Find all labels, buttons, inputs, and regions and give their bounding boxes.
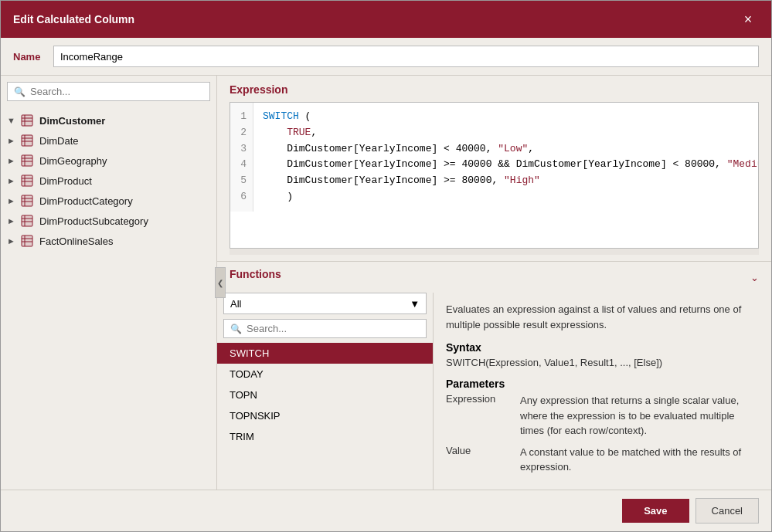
expand-icon-dimproductsubcategory: ► [7, 216, 18, 225]
fn-item-switch[interactable]: SWITCH [217, 343, 433, 364]
tree-item-dimdate[interactable]: ► DimDate [1, 130, 216, 151]
expand-icon-dimcustomer: ▼ [7, 116, 18, 125]
parameters-title: Parameters [446, 378, 759, 390]
expand-icon-dimproduct: ► [7, 176, 18, 185]
tree-label-dimcustomer: DimCustomer [39, 115, 105, 127]
functions-section: Functions ⌄ All ▼ 🔍 [217, 261, 771, 490]
right-panel: Expression 1 2 3 4 5 6 SWITCH ( TRUE, Di… [217, 76, 771, 490]
table-tree-list: ▼ DimCustomer ► [1, 107, 216, 490]
search-icon: 🔍 [14, 86, 26, 97]
line-numbers: 1 2 3 4 5 6 [230, 103, 253, 212]
expand-icon-dimdate: ► [7, 136, 18, 145]
table-search-input[interactable] [30, 86, 203, 97]
fn-item-today[interactable]: TODAY [217, 364, 433, 385]
param-name-expression: Expression [446, 393, 508, 439]
table-icon-factonlinesales [21, 235, 33, 247]
main-content: 🔍 ▼ DimCustomer [1, 76, 771, 490]
tree-label-dimproductsubcategory: DimProductSubcategory [39, 215, 148, 227]
category-dropdown[interactable]: All ▼ [223, 293, 427, 314]
expand-icon-dimgeography: ► [7, 156, 18, 165]
param-desc-expression: Any expression that returns a single sca… [520, 393, 759, 439]
svg-rect-20 [22, 195, 32, 206]
tree-item-dimproduct[interactable]: ► DimProduct [1, 171, 216, 191]
fn-search-icon: 🔍 [230, 324, 242, 334]
param-row-value: Value A constant value to be matched wit… [446, 445, 759, 475]
expand-icon-dimproductcategory: ► [7, 196, 18, 205]
functions-body: All ▼ 🔍 SWITCH TODAY TOPN TOPNSKIP [217, 293, 771, 490]
name-input[interactable] [53, 46, 759, 67]
name-row: Name [1, 38, 771, 76]
fn-item-trim[interactable]: TRIM [217, 426, 433, 447]
fn-item-topnskip[interactable]: TOPNSKIP [217, 405, 433, 426]
tree-item-dimproductcategory[interactable]: ► DimProductCategory [1, 191, 216, 211]
table-icon-dimproduct [21, 175, 33, 187]
syntax-title: Syntax [446, 341, 759, 354]
tree-item-dimcustomer[interactable]: ▼ DimCustomer [1, 110, 216, 130]
tree-item-dimproductsubcategory[interactable]: ► DimProductSubcategory [1, 211, 216, 231]
function-search-box: 🔍 [223, 319, 427, 338]
functions-left-panel: All ▼ 🔍 SWITCH TODAY TOPN TOPNSKIP [217, 293, 434, 490]
expression-title: Expression [230, 83, 759, 96]
function-description: Evaluates an expression against a list o… [446, 302, 759, 332]
functions-header: Functions ⌄ [217, 262, 771, 293]
svg-rect-25 [22, 215, 32, 226]
parameters-table: Expression Any expression that returns a… [446, 393, 759, 475]
tree-label-dimproduct: DimProduct [39, 175, 92, 187]
table-icon-dimdate [21, 134, 33, 147]
svg-rect-5 [22, 135, 32, 146]
svg-rect-10 [22, 155, 32, 166]
dropdown-value: All [230, 298, 241, 310]
table-icon-dimgeography [21, 154, 33, 167]
expression-scrollbar[interactable] [230, 249, 759, 255]
param-name-value: Value [446, 445, 508, 475]
collapse-panel-button[interactable]: ❮ [215, 267, 226, 298]
table-search-box: 🔍 [7, 82, 210, 101]
function-list: SWITCH TODAY TOPN TOPNSKIP TRIM [217, 343, 433, 490]
footer: Save Cancel [1, 490, 771, 531]
close-button[interactable]: × [737, 8, 759, 30]
tree-label-dimgeography: DimGeography [39, 155, 107, 167]
expression-editor[interactable]: 1 2 3 4 5 6 SWITCH ( TRUE, DimCustomer[Y… [230, 102, 759, 249]
dialog-title: Edit Calculated Column [13, 13, 134, 25]
param-row-expression: Expression Any expression that returns a… [446, 393, 759, 439]
tree-label-factonlinesales: FactOnlineSales [39, 236, 113, 247]
functions-right-panel: Evaluates an expression against a list o… [434, 293, 771, 490]
tree-item-dimgeography[interactable]: ► DimGeography [1, 151, 216, 171]
expression-section: Expression 1 2 3 4 5 6 SWITCH ( TRUE, Di… [217, 76, 771, 261]
expand-icon-factonlinesales: ► [7, 236, 18, 246]
table-icon-dimproductcategory [21, 195, 33, 207]
title-bar: Edit Calculated Column × [1, 1, 771, 38]
fn-item-topn[interactable]: TOPN [217, 385, 433, 405]
cancel-button[interactable]: Cancel [695, 498, 759, 524]
table-icon-dimproductsubcategory [21, 215, 33, 227]
functions-collapse-icon[interactable]: ⌄ [750, 272, 759, 283]
tree-label-dimdate: DimDate [39, 135, 79, 147]
tree-label-dimproductcategory: DimProductCategory [39, 195, 133, 207]
code-content[interactable]: SWITCH ( TRUE, DimCustomer[YearlyIncome]… [253, 103, 759, 212]
function-syntax: SWITCH(Expression, Value1, Result1, ...,… [446, 357, 759, 368]
name-label: Name [13, 51, 44, 63]
edit-calculated-column-dialog: Edit Calculated Column × Name 🔍 ▼ [0, 0, 772, 532]
left-panel: 🔍 ▼ DimCustomer [1, 76, 217, 490]
svg-rect-15 [22, 175, 32, 186]
svg-rect-30 [22, 236, 32, 246]
functions-title: Functions [230, 268, 281, 280]
chevron-down-icon: ▼ [410, 298, 420, 310]
param-desc-value: A constant value to be matched with the … [520, 445, 759, 475]
function-search-input[interactable] [247, 323, 420, 334]
tree-item-factonlinesales[interactable]: ► FactOnlineSales [1, 231, 216, 251]
table-icon-dimcustomer [21, 114, 33, 127]
svg-rect-0 [22, 115, 32, 126]
save-button[interactable]: Save [622, 499, 689, 523]
